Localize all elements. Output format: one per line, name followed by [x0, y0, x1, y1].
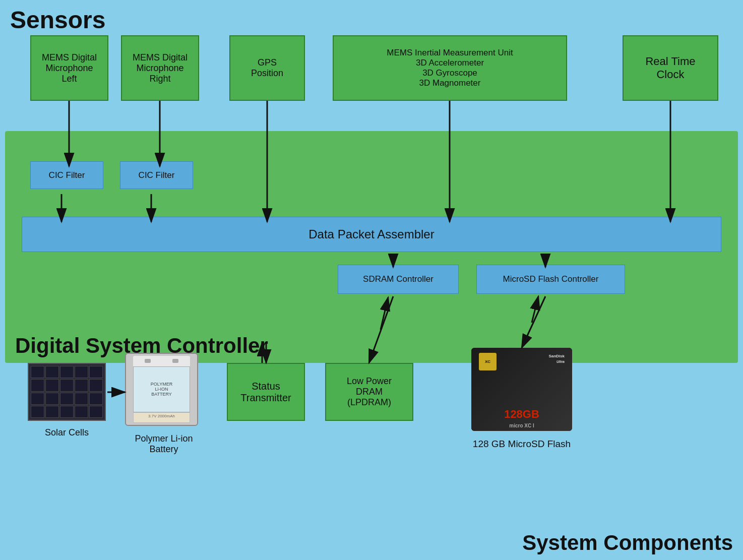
battery-image: POLYMERLi-IONBATTERY 3.7V 2000mAh [125, 353, 198, 426]
data-packet-assembler: Data Packet Assembler [22, 217, 721, 252]
status-transmitter: StatusTransmitter [227, 363, 305, 421]
sensor-gps: GPSPosition [229, 35, 305, 101]
sensor-mems-right: MEMS DigitalMicrophoneRight [121, 35, 199, 101]
microsd-controller: MicroSD Flash Controller [476, 265, 625, 294]
dsc-area: Digital System Controller CIC Filter CIC… [5, 131, 738, 363]
sdcard-label: 128 GB MicroSD Flash [456, 439, 587, 450]
solar-cells-label: Solar Cells [28, 427, 106, 438]
cic-filter-2: CIC Filter [120, 161, 193, 189]
sensor-rtc: Real TimeClock [623, 35, 718, 101]
sdcard-image: SanDisk Ultra 128GB micro XC I XC [471, 348, 572, 431]
sensor-mems-left: MEMS DigitalMicrophoneLeft [30, 35, 108, 101]
system-components-title: System Components [522, 531, 733, 555]
sdram-controller: SDRAM Controller [338, 265, 459, 294]
sensor-mems-imu: MEMS Inertial Measurement Unit3D Acceler… [333, 35, 567, 101]
lpdram: Low PowerDRAM(LPDRAM) [325, 363, 413, 421]
cic-filter-1: CIC Filter [30, 161, 103, 189]
sensors-title: Sensors [10, 6, 105, 34]
main-container: Sensors MEMS DigitalMicrophoneLeft MEMS … [0, 0, 743, 560]
battery-label: Polymer Li-ionBattery [118, 433, 209, 455]
solar-cells-image [28, 363, 106, 421]
